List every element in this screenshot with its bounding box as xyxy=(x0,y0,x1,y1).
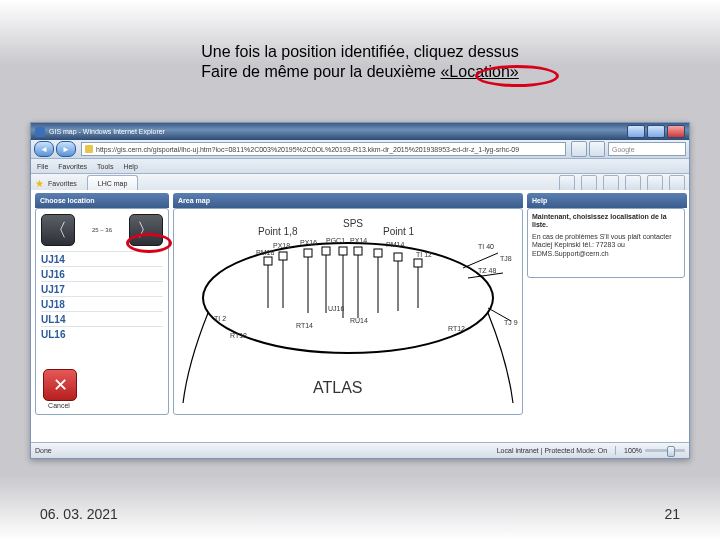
location-prev-button[interactable]: 〈 xyxy=(41,214,75,246)
caption-line-1: Une fois la position identifiée, cliquez… xyxy=(0,42,720,62)
svg-text:PX14: PX14 xyxy=(350,237,367,244)
svg-text:TI 2: TI 2 xyxy=(214,315,226,322)
svg-rect-4 xyxy=(279,252,287,260)
status-zone: Local intranet | Protected Mode: On xyxy=(497,447,607,454)
page-content: Choose location 〈 25 – 36 〉 UJ14 UJ16 UJ… xyxy=(31,190,689,443)
svg-rect-14 xyxy=(374,249,382,257)
location-item-uj14[interactable]: UJ14 xyxy=(41,251,163,266)
safety-button[interactable] xyxy=(647,175,663,191)
svg-text:UJ16: UJ16 xyxy=(328,305,344,312)
menu-file[interactable]: File xyxy=(37,163,48,170)
menu-bar: File Favorites Tools Help xyxy=(31,159,689,174)
location-item-uj18[interactable]: UJ18 xyxy=(41,296,163,311)
panel-area-map: Point 1,8 SPS Point 1 ATLAS TI 2 PM18 PX… xyxy=(173,208,523,415)
instruction-caption: Une fois la position identifiée, cliquez… xyxy=(0,42,720,82)
svg-rect-12 xyxy=(354,247,362,255)
cancel-group: ✕ Cancel xyxy=(43,369,75,409)
window-title: GIS map - Windows Internet Explorer xyxy=(49,128,625,135)
svg-text:TZ 48: TZ 48 xyxy=(478,267,496,274)
search-placeholder: Google xyxy=(612,146,635,153)
menu-favorites[interactable]: Favorites xyxy=(58,163,87,170)
svg-text:TI 12: TI 12 xyxy=(416,251,432,258)
svg-text:TJ 9: TJ 9 xyxy=(504,319,518,326)
refresh-button[interactable] xyxy=(571,141,587,157)
svg-text:ATLAS: ATLAS xyxy=(313,379,363,396)
menu-tools[interactable]: Tools xyxy=(97,163,113,170)
cancel-label: Cancel xyxy=(43,402,75,409)
svg-rect-8 xyxy=(322,247,330,255)
help-headline: Maintenant, choisissez localisation de l… xyxy=(532,213,680,230)
page-button[interactable] xyxy=(625,175,641,191)
zoom-slider[interactable] xyxy=(645,449,685,452)
print-button[interactable] xyxy=(603,175,619,191)
address-bar: ◄ ► https://gis.cern.ch/gisportal/lhc-uj… xyxy=(31,140,689,159)
svg-text:RT12: RT12 xyxy=(448,325,465,332)
footer-page: 21 xyxy=(664,506,680,522)
panel-help: Maintenant, choisissez localisation de l… xyxy=(527,208,685,278)
svg-rect-10 xyxy=(339,247,347,255)
app-icon xyxy=(35,127,45,137)
svg-text:SPS: SPS xyxy=(343,218,363,229)
tools-button[interactable] xyxy=(669,175,685,191)
svg-rect-18 xyxy=(414,259,422,267)
svg-text:RT14: RT14 xyxy=(296,322,313,329)
caption-line-2: Faire de même pour la deuxième «Location… xyxy=(0,62,720,82)
feeds-button[interactable] xyxy=(581,175,597,191)
svg-rect-6 xyxy=(304,249,312,257)
svg-rect-2 xyxy=(264,257,272,265)
svg-text:Point 1: Point 1 xyxy=(383,226,415,237)
back-button[interactable]: ◄ xyxy=(34,141,54,157)
svg-text:RT18: RT18 xyxy=(230,332,247,339)
search-input[interactable]: Google xyxy=(608,142,686,156)
panel-header-choose-location: Choose location xyxy=(35,193,169,208)
svg-text:TI 40: TI 40 xyxy=(478,243,494,250)
location-list: UJ14 UJ16 UJ17 UJ18 UL14 UL16 xyxy=(36,251,168,341)
caption-keyword: «Location» xyxy=(440,62,518,82)
svg-text:PGC1: PGC1 xyxy=(326,237,345,244)
browser-window: GIS map - Windows Internet Explorer ◄ ► … xyxy=(30,122,690,459)
close-button[interactable] xyxy=(667,125,685,138)
panel-header-help: Help xyxy=(527,193,687,208)
window-titlebar: GIS map - Windows Internet Explorer xyxy=(31,123,689,140)
status-bar: Done Local intranet | Protected Mode: On… xyxy=(31,442,689,458)
stop-button[interactable] xyxy=(589,141,605,157)
forward-button[interactable]: ► xyxy=(56,141,76,157)
cancel-button[interactable]: ✕ xyxy=(43,369,77,401)
zoom-control[interactable]: 100% xyxy=(624,447,685,454)
maximize-button[interactable] xyxy=(647,125,665,138)
panel-choose-location: 〈 25 – 36 〉 UJ14 UJ16 UJ17 UJ18 UL14 UL1… xyxy=(35,208,169,415)
url-text: https://gis.cern.ch/gisportal/lhc-uj.htm… xyxy=(96,146,519,153)
zoom-value: 100% xyxy=(624,447,642,454)
svg-text:PX18: PX18 xyxy=(273,242,290,249)
svg-text:PM14: PM14 xyxy=(386,241,404,248)
location-range: 25 – 36 xyxy=(79,227,125,233)
svg-text:TJ8: TJ8 xyxy=(500,255,512,262)
location-item-ul14[interactable]: UL14 xyxy=(41,311,163,326)
svg-text:RU14: RU14 xyxy=(350,317,368,324)
svg-rect-16 xyxy=(394,253,402,261)
svg-text:PX16: PX16 xyxy=(300,239,317,246)
location-item-uj17[interactable]: UJ17 xyxy=(41,281,163,296)
home-button[interactable] xyxy=(559,175,575,191)
minimize-button[interactable] xyxy=(627,125,645,138)
menu-help[interactable]: Help xyxy=(123,163,137,170)
url-input[interactable]: https://gis.cern.ch/gisportal/lhc-uj.htm… xyxy=(81,142,566,156)
location-item-uj16[interactable]: UJ16 xyxy=(41,266,163,281)
status-done: Done xyxy=(35,447,52,454)
favorites-star-icon[interactable]: ★ xyxy=(35,178,44,189)
favorites-label[interactable]: Favorites xyxy=(48,180,77,187)
lock-icon xyxy=(85,145,93,153)
panel-header-area-map: Area map xyxy=(173,193,523,208)
location-item-ul16[interactable]: UL16 xyxy=(41,326,163,341)
footer-date: 06. 03. 2021 xyxy=(40,506,118,522)
help-contact: En cas de problèmes S'il vous plaît cont… xyxy=(532,233,671,257)
map-schematic: Point 1,8 SPS Point 1 ATLAS TI 2 PM18 PX… xyxy=(178,213,518,410)
svg-text:Point 1,8: Point 1,8 xyxy=(258,226,298,237)
location-next-button[interactable]: 〉 xyxy=(129,214,163,246)
tab-lhc-map[interactable]: LHC map xyxy=(87,175,139,192)
svg-text:PM18: PM18 xyxy=(256,249,274,256)
